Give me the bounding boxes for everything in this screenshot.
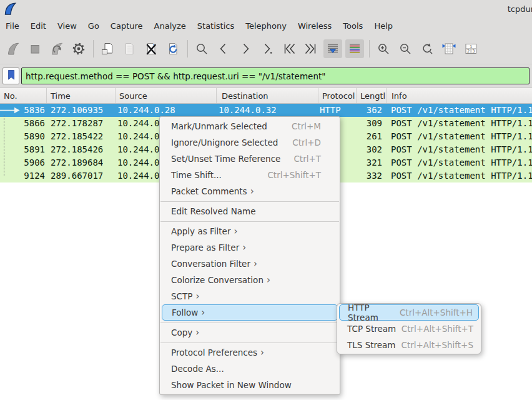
capture-stop-icon — [27, 41, 42, 56]
go-forward-button[interactable] — [236, 39, 255, 58]
column-header-no[interactable]: No. — [0, 88, 47, 103]
submenu-item-http-stream[interactable]: HTTP StreamCtrl+Alt+Shift+H — [339, 304, 479, 321]
capture-stop-button[interactable] — [26, 39, 44, 58]
cell-info: POST /v1/statement HTTP/1.1 — [387, 117, 532, 130]
shortcut-label: Ctrl+Alt+Shift+H — [400, 308, 473, 318]
file-reload-icon — [165, 41, 180, 56]
go-to-packet-button[interactable] — [258, 39, 277, 58]
menubar-item-telephony[interactable]: Telephony — [240, 19, 292, 33]
submenu-item-tcp-stream[interactable]: TCP StreamCtrl+Alt+Shift+T — [337, 321, 481, 337]
go-to-packet-icon — [260, 41, 275, 56]
file-reload-button[interactable] — [164, 39, 182, 58]
cell-time: 272.178287 — [47, 117, 116, 130]
selected-packet-arrow-icon — [0, 104, 21, 117]
menubar-item-capture[interactable]: Capture — [105, 19, 149, 33]
submenu-chevron-icon: › — [264, 274, 273, 286]
file-save-button[interactable] — [120, 39, 139, 58]
file-open-button[interactable] — [98, 39, 117, 58]
wireshark-fin-icon — [2, 1, 17, 16]
context-menu-item-decode-as[interactable]: Decode As... — [160, 361, 340, 377]
context-menu-item-protocol-preferences[interactable]: Protocol Preferences› — [160, 344, 340, 361]
capture-options-icon — [71, 41, 86, 56]
cell-destination: 10.244.0.32 — [217, 104, 318, 117]
column-header-source[interactable]: Source — [116, 88, 217, 103]
bookmark-icon — [5, 69, 17, 83]
cell-length: 302 — [357, 143, 387, 156]
zoom-in-icon — [376, 41, 391, 56]
cell-length: 309 — [357, 117, 387, 130]
capture-options-button[interactable] — [69, 39, 88, 58]
titlebar: tcpdur — [0, 0, 532, 18]
context-menu-item-copy[interactable]: Copy› — [160, 324, 340, 341]
capture-start-icon — [6, 41, 21, 56]
context-menu-item-mark-unmark-selected[interactable]: Mark/Unmark SelectedCtrl+M — [160, 118, 340, 134]
column-header-destination[interactable]: Destination — [217, 88, 318, 103]
submenu-chevron-icon: › — [247, 186, 257, 197]
submenu-chevron-icon: › — [192, 327, 202, 338]
context-menu-item-conversation-filter[interactable]: Conversation Filter› — [160, 256, 340, 272]
resize-columns-button[interactable] — [440, 39, 458, 58]
context-menu-item-set-unset-time-reference[interactable]: Set/Unset Time ReferenceCtrl+T — [160, 151, 340, 167]
display-filter-input[interactable] — [21, 68, 530, 84]
column-header-lengtl[interactable]: Lengtl — [357, 88, 387, 103]
window-title: tcpdur — [508, 4, 532, 14]
resize-columns-icon — [441, 41, 456, 56]
column-header-info[interactable]: Info — [387, 88, 532, 103]
shortcut-label: Ctrl+Alt+Shift+S — [401, 340, 474, 350]
go-last-button[interactable] — [302, 39, 320, 58]
menubar-item-file[interactable]: File — [0, 19, 25, 33]
cell-length: 261 — [357, 130, 387, 143]
layout-icon: 123 — [463, 41, 478, 56]
menubar-item-help[interactable]: Help — [368, 19, 398, 33]
context-menu-item-show-packet-in-new-window[interactable]: Show Packet in New Window — [160, 377, 340, 393]
toolbar-separator — [369, 40, 370, 58]
menubar-item-go[interactable]: Go — [82, 19, 105, 33]
zoom-in-button[interactable] — [374, 39, 393, 58]
submenu-chevron-icon: › — [250, 258, 260, 269]
capture-start-button[interactable] — [4, 39, 22, 58]
context-menu-item-prepare-as-filter[interactable]: Prepare as Filter› — [160, 239, 340, 256]
go-first-icon — [282, 41, 297, 56]
go-last-icon — [303, 41, 318, 56]
zoom-out-button[interactable] — [396, 39, 415, 58]
context-menu-item-follow[interactable]: Follow› — [162, 304, 338, 321]
cell-no: 5906 — [0, 156, 47, 169]
capture-restart-button[interactable] — [47, 39, 66, 58]
zoom-reset-button[interactable] — [418, 39, 436, 58]
shortcut-label: Ctrl+Alt+Shift+T — [401, 324, 473, 334]
colorize-icon — [347, 41, 362, 56]
go-first-button[interactable] — [280, 39, 298, 58]
packet-row-5836[interactable]: 5836272.10693510.244.0.2810.244.0.32HTTP… — [0, 104, 532, 117]
column-header-protocol[interactable]: Protocol — [318, 88, 357, 103]
context-menu-item-edit-resolved-name[interactable]: Edit Resolved Name — [160, 203, 340, 219]
cell-time: 272.106935 — [47, 104, 116, 117]
filter-bookmark-button[interactable] — [2, 68, 19, 84]
auto-scroll-button[interactable] — [323, 39, 342, 58]
context-menu-item-time-shift[interactable]: Time Shift...Ctrl+Shift+T — [160, 167, 340, 183]
find-packet-button[interactable] — [192, 39, 211, 58]
menubar-item-wireless[interactable]: Wireless — [292, 19, 337, 33]
submenu-item-tls-stream[interactable]: TLS StreamCtrl+Alt+Shift+S — [337, 337, 481, 353]
menubar-item-analyze[interactable]: Analyze — [149, 19, 192, 33]
context-menu-item-colorize-conversation[interactable]: Colorize Conversation› — [160, 272, 340, 288]
menubar-item-view[interactable]: View — [52, 19, 82, 33]
layout-button[interactable]: 123 — [461, 39, 480, 58]
menubar-item-statistics[interactable]: Statistics — [192, 19, 240, 33]
colorize-button[interactable] — [345, 39, 364, 58]
find-packet-icon — [194, 41, 209, 56]
context-menu-item-packet-comments[interactable]: Packet Comments› — [160, 183, 340, 199]
menubar-item-edit[interactable]: Edit — [25, 19, 52, 33]
file-open-icon — [100, 41, 115, 56]
context-menu-item-sctp[interactable]: SCTP› — [160, 288, 340, 304]
context-menu-item-ignore-unignore-selected[interactable]: Ignore/Unignore SelectedCtrl+D — [160, 134, 340, 151]
go-back-button[interactable] — [214, 39, 233, 58]
packet-context-menu: Mark/Unmark SelectedCtrl+MIgnore/Unignor… — [159, 116, 340, 395]
context-menu-item-apply-as-filter[interactable]: Apply as Filter› — [160, 223, 340, 239]
go-back-icon — [216, 41, 231, 56]
cell-no: 5866 — [0, 117, 47, 130]
file-close-button[interactable] — [142, 39, 160, 58]
menubar-item-tools[interactable]: Tools — [337, 19, 368, 33]
column-header-time[interactable]: Time — [47, 88, 116, 103]
submenu-chevron-icon: › — [239, 242, 249, 253]
packet-list-header: No.TimeSourceDestinationProtocolLengtlIn… — [0, 88, 532, 104]
